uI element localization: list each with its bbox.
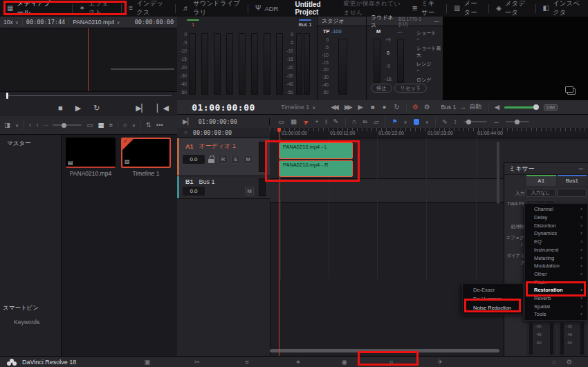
bin-item-keywords[interactable]: Keywords: [0, 315, 61, 357]
timeline-view-options-icon[interactable]: ▭: [278, 118, 284, 125]
loudness-stop-button[interactable]: 停止: [371, 84, 392, 93]
chevron-down-icon[interactable]: ∨: [15, 123, 19, 128]
menu-item-reverb[interactable]: Reverb›: [525, 295, 587, 301]
track-header-a1[interactable]: A1 オーディオ 1 0.0 R S M: [177, 138, 270, 176]
vertical-scrollbar[interactable]: [497, 142, 499, 204]
flag-icon[interactable]: ⚑: [392, 118, 397, 125]
mixer-button[interactable]: ≣ ミキサー: [405, 0, 447, 17]
video-viewer[interactable]: [443, 17, 588, 102]
bin-panel-toggle[interactable]: ◨: [4, 122, 10, 129]
menu-item-instrument[interactable]: Instrument›: [525, 247, 587, 253]
selection-tool-icon[interactable]: ➤: [302, 117, 310, 126]
track-grid-icon[interactable]: ▦: [291, 118, 297, 125]
chevron-down-icon[interactable]: ∨: [132, 123, 136, 128]
clip-viewer[interactable]: [0, 28, 177, 92]
record-button[interactable]: ●: [383, 104, 387, 111]
loop-button[interactable]: ↻: [93, 104, 100, 112]
timeline-thumbnail-image[interactable]: ✓ ▤: [121, 138, 171, 168]
viewer-clip-select[interactable]: PANA0210.mp4 ∨: [69, 19, 123, 26]
mixer-options-button[interactable]: •••: [579, 167, 583, 171]
timeline-thumbnail[interactable]: ✓ ▤ Timeline 1: [121, 138, 171, 177]
deliver-page-icon[interactable]: ✈: [434, 358, 445, 366]
forward-button[interactable]: ›: [36, 122, 38, 129]
back-button[interactable]: ‹: [29, 122, 31, 129]
home-icon[interactable]: ⌂: [549, 358, 560, 366]
card-view-button[interactable]: ▭: [86, 122, 93, 129]
solo-button[interactable]: S: [231, 155, 240, 164]
range-tool-icon[interactable]: +: [315, 118, 319, 125]
snap-magnet-icon[interactable]: ∩: [352, 118, 357, 125]
stop-button[interactable]: ■: [58, 104, 63, 112]
menu-item-eq[interactable]: EQ›: [525, 238, 587, 245]
media-clip-thumbnail[interactable]: ▤ PANA0210.mp4: [66, 138, 116, 177]
viewer-playhead[interactable]: [88, 28, 89, 91]
fader-a1[interactable]: -30-40-50: [526, 321, 556, 356]
input-select-a1[interactable]: 入力なし: [526, 189, 555, 197]
dim-button[interactable]: DIM: [544, 104, 558, 111]
viewer-scrubber[interactable]: [0, 92, 177, 100]
menu-item-tools[interactable]: Tools›: [525, 311, 587, 317]
play-button[interactable]: ▶: [75, 104, 81, 112]
preview-icon[interactable]: ▱: [374, 118, 378, 125]
stop-button[interactable]: ■: [371, 104, 375, 111]
thumbnail-view-button[interactable]: ▦: [98, 122, 104, 129]
auto-label[interactable]: 自動: [470, 103, 481, 111]
adr-button[interactable]: Ψ ADR: [248, 0, 285, 17]
waveform-zoom-icon[interactable]: ∿: [442, 118, 448, 125]
edit-page-icon[interactable]: ≡: [241, 358, 252, 366]
horizontal-scrollbar[interactable]: [270, 349, 499, 352]
cut-page-icon[interactable]: ✂: [192, 358, 203, 366]
submenu-item-noise-reduction[interactable]: Noise Reduction: [463, 305, 523, 311]
fast-forward-button[interactable]: ▶▶: [344, 104, 351, 111]
timeline-playhead[interactable]: [279, 128, 279, 356]
submenu-item-de-hummer[interactable]: De-Hummer: [463, 296, 523, 302]
jump-to-icon[interactable]: ▶▏: [183, 118, 193, 125]
timeline-ruler[interactable]: 01:00:00:00 01:00:11:00 01:00:22:00 01:0…: [270, 128, 588, 138]
menu-item-distortion[interactable]: Distortion›: [525, 223, 587, 229]
menu-item-spatial[interactable]: Spatial›: [525, 303, 587, 310]
scrubber-handle[interactable]: [6, 93, 8, 99]
marker-icon[interactable]: [414, 119, 419, 125]
mixer-channel-a1[interactable]: A1: [526, 175, 556, 186]
color-page-icon[interactable]: ◉: [339, 358, 350, 366]
scrubber-track[interactable]: [6, 95, 172, 96]
skip-to-end-button[interactable]: ▶▏: [136, 104, 147, 112]
menu-item-other[interactable]: Other›: [525, 271, 587, 277]
slider-handle[interactable]: [515, 120, 520, 124]
submenu-item-de-esser[interactable]: De-Esser: [463, 287, 523, 293]
search-icon[interactable]: ○: [123, 122, 127, 129]
horizontal-zoom-slider[interactable]: [506, 121, 529, 122]
mixer-channel-bus1[interactable]: Bus1: [558, 175, 587, 186]
slider-handle[interactable]: [62, 123, 66, 128]
volume-handle[interactable]: [533, 104, 539, 110]
clip-thumbnail-image[interactable]: ▤: [66, 138, 116, 168]
more-options-button[interactable]: •••: [156, 122, 163, 129]
audio-clip-left[interactable]: PANA0210.mp4 - L: [279, 142, 353, 159]
edit-tool-icon[interactable]: I: [325, 118, 327, 125]
media-page-icon[interactable]: ▣: [142, 358, 153, 366]
menu-item-pitch[interactable]: Pitch›: [525, 279, 587, 285]
automation-toggle-icon[interactable]: ⚙: [412, 104, 419, 111]
menu-item-metering[interactable]: Metering›: [525, 255, 587, 261]
track-gain-field[interactable]: 0.0: [183, 155, 205, 164]
sort-button[interactable]: ⇅: [146, 122, 151, 129]
slider-handle[interactable]: [466, 120, 471, 124]
settings-gear-icon[interactable]: ⚙: [564, 358, 575, 366]
metadata-button[interactable]: ◈ メタデータ: [489, 0, 535, 17]
link-clips-icon[interactable]: ∞: [362, 118, 367, 125]
sound-library-button[interactable]: ♬ サウンドライブラリ: [176, 0, 248, 17]
vertical-zoom-slider[interactable]: [463, 121, 487, 122]
menu-item-modulation[interactable]: Modulation›: [525, 263, 587, 269]
track-header-b1[interactable]: B1 Bus 1 0.0 M: [177, 176, 270, 199]
monitor-volume-slider[interactable]: [504, 106, 539, 109]
fairlight-page-icon[interactable]: ♫: [385, 358, 396, 366]
audio-clip-right[interactable]: PANA0210.mp4 - R: [279, 160, 353, 177]
expand-viewer-icon[interactable]: [567, 88, 576, 95]
input-select-bus1[interactable]: [557, 189, 587, 197]
index-button[interactable]: ≡ インデックス: [122, 0, 175, 17]
pen-tool-icon[interactable]: ✎: [333, 118, 339, 125]
menu-item-restoration[interactable]: Restoration›: [525, 287, 587, 293]
thumbnail-size-slider[interactable]: [53, 124, 82, 126]
record-arm-button[interactable]: R: [219, 155, 228, 164]
mute-button[interactable]: M: [244, 155, 252, 164]
